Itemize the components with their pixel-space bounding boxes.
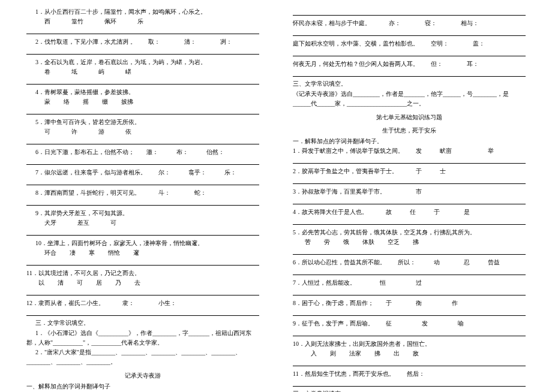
answer-line [26, 137, 259, 144]
q3-sub: 卷坻屿嵁 [26, 67, 259, 76]
unit-heading: 第七单元基础知识练习题 [293, 113, 526, 122]
answer-line [26, 309, 259, 316]
q10-sub: 环合凄寒悄怆邃 [26, 248, 259, 257]
r-lit2-h: 三．文学常识填空。 [293, 390, 526, 392]
r-q1: 怀民亦未寝，相与步于中庭。 亦： 寝： 相与： [293, 19, 526, 36]
answer-line [293, 156, 526, 164]
r-question-1: 1．舜发于畎亩之中，傅说举于版筑之间。 发 畎亩 举 [293, 146, 526, 164]
title-chengtiansi: 记承天寺夜游 [26, 372, 259, 380]
r-q10-sub: 入则法家拂出敌 [293, 349, 526, 358]
q11-text: 11．以其境过清，不可久居，乃记之而去。 [26, 269, 259, 278]
question-6: 6．日光下澈，影布石上，佁然不动； 澈： 布： 佁然： [26, 147, 259, 165]
worksheet-page: 1．从小丘西行百二十步，隔篁竹，闻水声，如鸣佩环，心乐之。 西篁竹佩环乐 2．伐… [0, 0, 552, 392]
r-s1: 一．解释加点的字词并翻译句子。 [293, 137, 526, 146]
r-question-9: 9．征于色，发于声，而后喻。 征 发 喻 [293, 319, 526, 336]
question-9: 9．其岸势犬牙差互，不可知其源。 犬牙差互可 [26, 209, 259, 236]
answer-line [26, 77, 259, 85]
r-question-3: 3．孙叔敖举于海，百里奚举于市。 市 [293, 187, 526, 204]
left-column: 1．从小丘西行百二十步，隔篁竹，闻水声，如鸣佩环，心乐之。 西篁竹佩环乐 2．伐… [0, 0, 276, 392]
answer-line [293, 268, 526, 275]
r-lit: 《记承天寺夜游》选自_________，作者是_______，他字______，… [293, 89, 526, 108]
answer-line [26, 228, 259, 236]
question-2: 2．伐竹取道，下见小潭，水尤清冽 。 取： 清： 冽： [26, 37, 259, 55]
q1-sub: 西篁竹佩环乐 [26, 17, 259, 26]
r-q5-sub: 苦劳饿体肤空乏拂 [293, 237, 526, 246]
question-12: 12．隶而从者，崔氏二小生。 隶： 小生： [26, 298, 259, 316]
q8-text: 8．潭西南而望，斗折蛇行，明灭可见。 斗： 蛇： [26, 188, 259, 197]
r-question-6: 6．所以动心忍性，曾益其所不能。 所以： 动 忍 曾益 [293, 258, 526, 275]
answer-line [26, 27, 259, 34]
r-question-4: 4．故天将降大任于是人也。 故 任 于 是 [293, 207, 526, 225]
r-q3: 何夜无月，何处无竹柏？但少闲人如吾两人耳。 但： 耳： [293, 59, 526, 77]
q9-text: 9．其岸势犬牙差互，不可知其源。 [26, 209, 259, 218]
r-question-8: 8．困于心，衡于虑，而后作； 于 衡 作 [293, 298, 526, 316]
answer-line [293, 8, 526, 16]
q6-text: 6．日光下澈，影布石上，佁然不动； 澈： 布： 佁然： [26, 147, 259, 156]
question-5: 5．潭中鱼可百许头，皆若空游无所依。 可许游依 [26, 117, 259, 144]
q9-sub: 犬牙差互可 [26, 218, 259, 227]
q11-sub: 以清可居乃去 [26, 278, 259, 287]
q7-text: 7．俶尔远逝，往来翕乎，似与游者相乐。 尔： 翕乎： 乐： [26, 168, 259, 177]
q1-text: 1．从小丘西行百二十步，隔篁竹，闻水声，如鸣佩环，心乐之。 [26, 7, 259, 16]
answer-line [26, 198, 259, 206]
question-4: 4．青树翠蔓，蒙络摇缀，参差披拂。 蒙络摇缀披拂 [26, 88, 259, 114]
answer-line [293, 218, 526, 225]
r-lit-h: 三、文学常识填空。 [293, 80, 526, 88]
question-7: 7．俶尔远逝，往来翕乎，似与游者相乐。 尔： 翕乎： 乐： [26, 168, 259, 185]
lit-fill-1: 1．《小石潭记》选自《__________》，作者________，字_____… [26, 328, 259, 348]
answer-line [293, 288, 526, 295]
r-q2: 庭下如积水空明，水中藻、交横，盖竹柏影也。 空明： 盖： [293, 39, 526, 56]
answer-line [26, 258, 259, 266]
question-8: 8．潭西南而望，斗折蛇行，明灭可见。 斗： 蛇： [26, 188, 259, 206]
q5-sub: 可许游依 [26, 127, 259, 136]
answer-line [26, 107, 259, 114]
question-11: 11．以其境过清，不可久居，乃记之而去。 以清可居乃去 [26, 269, 259, 295]
answer-line [293, 379, 526, 387]
r-question-11: 11．然后知生于忧患，而死于安乐也。 然后： [293, 369, 526, 387]
answer-line [293, 248, 526, 255]
answer-line [26, 47, 259, 55]
answer-line [293, 70, 526, 77]
r-question-5: 5．必先苦其心志，劳其筋骨，饿其体肤，空乏其身，行拂乱其所为。 苦劳饿体肤空乏拂 [293, 228, 526, 255]
answer-line [293, 29, 526, 36]
answer-line [293, 359, 526, 366]
title-shengyu: 生于忧患，死于安乐 [293, 126, 526, 135]
r-question-2: 2．胶鬲举于鱼盐之中，管夷吾举于士。 于 士 [293, 167, 526, 184]
lit-heading: 三．文学常识填空。 [26, 319, 259, 327]
q12-text: 12．隶而从者，崔氏二小生。 隶： 小生： [26, 298, 259, 307]
question-10: 10．坐潭上，四面竹树环合，寂寥无人，凄神寒骨，悄怆幽邃。 环合凄寒悄怆邃 [26, 239, 259, 266]
answer-line [293, 309, 526, 316]
answer-line [293, 197, 526, 204]
lit-fill-2: 2．"唐宋八大家"是指________、________、________、__… [26, 348, 259, 367]
right-column: 怀民亦未寝，相与步于中庭。 亦： 寝： 相与： 庭下如积水空明，水中藻、交横，盖… [276, 0, 552, 392]
answer-line [26, 178, 259, 185]
sec1: 一、解释加点的字词并翻译句子 [26, 382, 259, 391]
question-1: 1．从小丘西行百二十步，隔篁竹，闻水声，如鸣佩环，心乐之。 西篁竹佩环乐 [26, 7, 259, 34]
answer-line [293, 177, 526, 184]
q10-text: 10．坐潭上，四面竹树环合，寂寥无人，凄神寒骨，悄怆幽邃。 [26, 239, 259, 248]
r-question-7: 7．人恒过，然后能改。 恒 过 [293, 278, 526, 295]
r-question-10: 10．入则无法家拂士，出则无敌国外患者，国恒亡。 入则法家拂出敌 [293, 339, 526, 366]
answer-line [26, 158, 259, 165]
question-3: 3．全石以为底，近岸，卷石底以出，为坻，为屿，为嵁，为岩。 卷坻屿嵁 [26, 58, 259, 85]
answer-line [293, 49, 526, 56]
answer-line [26, 288, 259, 295]
q2-text: 2．伐竹取道，下见小潭，水尤清冽 。 取： 清： 冽： [26, 37, 259, 46]
answer-line [293, 329, 526, 336]
q4-sub: 蒙络摇缀披拂 [26, 97, 259, 106]
q5-text: 5．潭中鱼可百许头，皆若空游无所依。 [26, 117, 259, 126]
q3-text: 3．全石以为底，近岸，卷石底以出，为坻，为屿，为嵁，为岩。 [26, 58, 259, 67]
q4-text: 4．青树翠蔓，蒙络摇缀，参差披拂。 [26, 88, 259, 97]
